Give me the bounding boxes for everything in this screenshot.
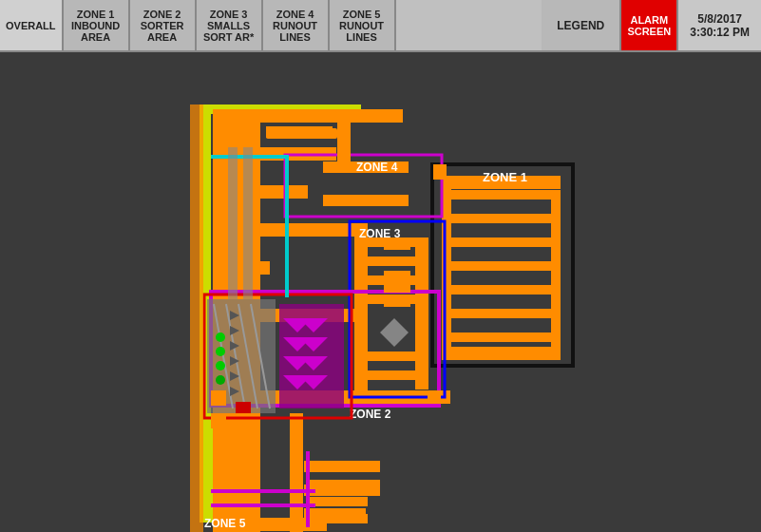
svg-rect-97 (228, 147, 238, 299)
svg-rect-16 (442, 285, 556, 294)
svg-point-66 (216, 332, 225, 342)
datetime-display: 5/8/2017 3:30:12 PM (678, 0, 761, 50)
svg-point-68 (216, 361, 225, 370)
svg-rect-95 (433, 164, 447, 180)
time-display: 3:30:12 PM (690, 26, 750, 39)
svg-point-69 (216, 375, 225, 385)
svg-rect-80 (384, 285, 410, 293)
svg-rect-100 (211, 504, 315, 507)
svg-rect-14 (442, 238, 556, 247)
svg-point-67 (216, 347, 225, 356)
alarm-screen-button[interactable]: ALARMSCREEN (621, 0, 678, 50)
conveyor-map-svg: ZONE 1 ZONE 4 ZONE 3 ZONE 2 ZONE 5 (0, 52, 761, 532)
svg-rect-17 (442, 309, 556, 318)
svg-text:ZONE 1: ZONE 1 (483, 170, 527, 184)
svg-rect-89 (306, 480, 380, 489)
svg-rect-15 (442, 261, 556, 271)
svg-rect-83 (266, 111, 337, 122)
nav-spacer (396, 0, 542, 50)
svg-rect-13 (442, 214, 556, 223)
svg-rect-99 (211, 489, 315, 493)
svg-rect-81 (384, 299, 410, 307)
overall-button[interactable]: OVERALL (0, 0, 64, 50)
navbar: OVERALL ZONE 1INBOUNDAREA ZONE 2SORTERAR… (0, 0, 761, 52)
svg-text:ZONE 4: ZONE 4 (356, 161, 398, 174)
svg-rect-92 (190, 104, 203, 532)
svg-text:ZONE 5: ZONE 5 (204, 517, 246, 530)
svg-rect-41 (213, 261, 270, 275)
svg-rect-19 (551, 190, 561, 352)
date-display: 5/8/2017 (697, 12, 742, 26)
zone5-button[interactable]: ZONE 5RUNOUTLINES (330, 0, 396, 50)
svg-rect-93 (211, 390, 226, 406)
svg-rect-98 (243, 147, 253, 299)
zone4-button[interactable]: ZONE 4RUNOUTLINES (263, 0, 330, 50)
svg-rect-12 (442, 190, 556, 200)
svg-rect-84 (266, 128, 337, 139)
svg-rect-38 (290, 413, 303, 532)
svg-rect-9 (213, 185, 308, 199)
svg-text:ZONE 3: ZONE 3 (359, 227, 401, 240)
svg-rect-29 (415, 238, 428, 390)
svg-rect-88 (306, 463, 380, 472)
svg-text:ZONE 2: ZONE 2 (350, 408, 391, 421)
svg-rect-18 (442, 332, 556, 342)
svg-rect-79 (384, 271, 410, 278)
svg-rect-11 (323, 195, 409, 206)
zone3-button[interactable]: ZONE 3SMALLSSORT AR* (197, 0, 263, 50)
svg-rect-76 (236, 402, 251, 413)
svg-rect-86 (285, 155, 289, 297)
svg-rect-94 (211, 413, 226, 428)
svg-rect-91 (306, 514, 368, 523)
zone1-button[interactable]: ZONE 1INBOUNDAREA (64, 0, 130, 50)
svg-rect-28 (363, 370, 415, 380)
svg-rect-96 (428, 390, 441, 404)
svg-rect-32 (213, 413, 226, 527)
zone2-button[interactable]: ZONE 2SORTERAREA (130, 0, 197, 50)
svg-rect-78 (384, 256, 410, 264)
svg-rect-101 (306, 451, 310, 527)
svg-rect-85 (337, 111, 351, 163)
legend-button[interactable]: LEGEND (542, 0, 621, 50)
map-area: ZONE 1 ZONE 4 ZONE 3 ZONE 2 ZONE 5 (0, 52, 761, 532)
svg-rect-77 (384, 242, 410, 250)
svg-rect-27 (363, 352, 415, 361)
svg-rect-22 (442, 347, 561, 360)
